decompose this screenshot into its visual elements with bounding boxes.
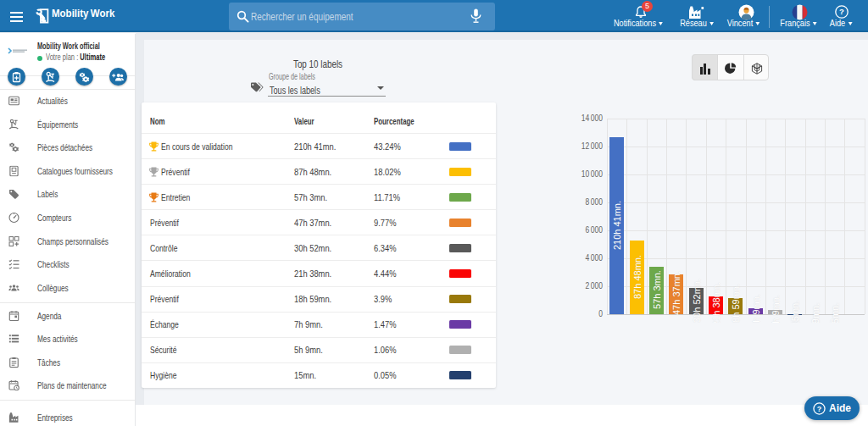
svg-text:?: ? [839, 7, 844, 16]
svg-text:?: ? [817, 404, 821, 412]
